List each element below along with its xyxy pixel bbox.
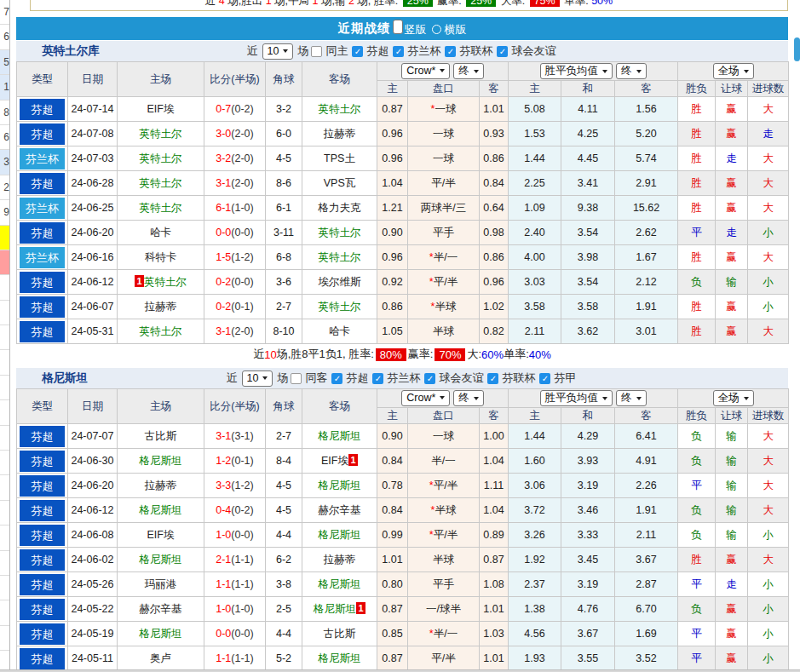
- table-row: 芬兰杯24-06-25英特土尔6-1(1-0)6-1格力夫克1.21两球半/三0…: [17, 196, 789, 221]
- team-name: 格尼斯坦: [42, 368, 88, 388]
- avg-home-cell: 1.44: [509, 146, 561, 171]
- half-time-score: (1-0): [231, 603, 253, 615]
- home-odds-cell: 0.90: [377, 221, 408, 245]
- corners-cell: 3-11: [266, 221, 302, 245]
- league-filter-checkbox[interactable]: ✓: [424, 373, 435, 384]
- scrollbar-thumb[interactable]: [794, 37, 800, 61]
- match-date-cell: 24-06-08: [68, 523, 118, 548]
- home-odds-cell: 0.86: [377, 295, 408, 319]
- league-filter-checkbox[interactable]: ✓: [497, 46, 508, 57]
- stat-segment: 1: [313, 0, 319, 7]
- goals-result-cell: 大: [748, 146, 789, 171]
- home-odds-cell: 0.96: [377, 122, 408, 146]
- stat-segment: 25%: [403, 0, 433, 7]
- avg-type-select[interactable]: 胜平负均值: [540, 63, 613, 79]
- away-odds-cell: 1.01: [480, 597, 509, 622]
- table-row: 芬超24-05-19格尼斯坦0-0(0-0)4-4古比斯0.85*半/一1.03…: [17, 622, 789, 646]
- match-count-select[interactable]: 10: [242, 370, 273, 387]
- layout-radio-selected[interactable]: [393, 20, 403, 34]
- away-odds-cell: 0.86: [480, 146, 509, 171]
- corners-cell: 4-5: [266, 474, 302, 498]
- league-filter-checkbox[interactable]: ✓: [372, 373, 383, 384]
- score-cell: 1-5(1-2): [204, 245, 266, 270]
- odds-stage-select[interactable]: 终: [453, 390, 484, 406]
- odds-stage-select[interactable]: 终: [453, 63, 484, 79]
- league-filter-label: 芬联杯: [459, 43, 492, 59]
- match-date-cell: 24-05-31: [68, 319, 118, 344]
- clipped-column-cell: [0, 350, 9, 375]
- clipped-column-cell: 8: [0, 101, 9, 125]
- result-cell: 胜: [678, 548, 716, 572]
- odds-company-select[interactable]: Crow*: [401, 63, 450, 79]
- away-odds-cell: 1.00: [480, 424, 509, 449]
- column-header: 日期: [68, 389, 118, 424]
- half-time-score: (2-0): [231, 325, 253, 337]
- away-team-cell: 拉赫蒂: [302, 548, 377, 572]
- handicap-result-cell: 输: [716, 474, 748, 498]
- league-badge: 芬超: [20, 599, 65, 620]
- odds-company-select[interactable]: Crow*: [401, 390, 450, 406]
- layout-radio[interactable]: [432, 25, 441, 34]
- scope-select[interactable]: 全场: [713, 390, 754, 406]
- scope-select[interactable]: 全场: [713, 63, 754, 79]
- half-time-score: (0-1): [231, 301, 253, 313]
- team-label: EIF埃: [321, 455, 348, 467]
- goals-result-cell: 大: [748, 319, 789, 344]
- league-filter-checkbox[interactable]: ✓: [393, 46, 404, 57]
- sub-column-header: 客: [615, 408, 678, 424]
- avg-stage-select[interactable]: 终: [616, 390, 647, 406]
- handicap-value: 半球: [435, 504, 456, 516]
- avg-draw-cell: 4.76: [561, 597, 615, 622]
- team-label: 格尼斯坦: [319, 480, 361, 491]
- handicap-result-cell: 赢: [716, 196, 748, 221]
- match-date-cell: 24-06-12: [68, 270, 118, 295]
- avg-draw-cell: 3.67: [561, 622, 615, 646]
- league-filter-checkbox[interactable]: ✓: [539, 373, 550, 384]
- league-filter-checkbox[interactable]: ✓: [487, 373, 498, 384]
- recent-record-title: 近期战绩: [338, 20, 391, 37]
- away-team-cell: 拉赫蒂: [302, 122, 377, 146]
- home-team-cell: 1英特土尔: [118, 270, 204, 295]
- dropdown-value: Crow*: [406, 65, 435, 77]
- sub-column-header: 进球数: [748, 408, 789, 424]
- avg-type-select[interactable]: 胜平负均值: [540, 390, 613, 406]
- chevron-down-icon: [636, 397, 642, 400]
- handicap-result-cell: 赢: [716, 548, 748, 572]
- corners-cell: 6-1: [266, 196, 302, 221]
- home-team-cell: 格尼斯坦: [118, 449, 204, 474]
- away-odds-cell: 0.98: [480, 221, 509, 245]
- avg-away-cell: 1.67: [615, 245, 678, 270]
- column-header: 比分(半场): [204, 389, 266, 424]
- layout-radio-group: 竖版横版: [391, 20, 467, 37]
- league-filter-checkbox[interactable]: ✓: [352, 46, 363, 57]
- result-cell: 平: [678, 622, 716, 646]
- table-row: 芬超24-06-02格尼斯坦2-1(1-1)6-2拉赫蒂1.01半球0.871.…: [17, 548, 789, 572]
- avg-stage-select[interactable]: 终: [616, 63, 647, 79]
- home-team-cell: 赫尔辛基: [118, 597, 204, 622]
- stat-segment: 近: [205, 0, 219, 7]
- handicap-result-cell: 输: [716, 523, 748, 548]
- handicap-value: 平/半: [434, 276, 458, 288]
- team-label: 格尼斯坦: [140, 455, 182, 467]
- half-time-score: (1-0): [231, 202, 253, 214]
- red-card-badge: 1: [348, 454, 358, 466]
- table-row: 芬超24-06-07拉赫蒂0-2(0-1)2-7英特土尔0.86*半球1.023…: [17, 295, 789, 319]
- match-date-cell: 24-06-07: [68, 295, 118, 319]
- league-filter-checkbox[interactable]: ✓: [445, 46, 456, 57]
- match-date-cell: 24-06-20: [68, 221, 118, 245]
- clipped-column-cell: [0, 376, 9, 400]
- league-filter-label: 芬超: [346, 370, 368, 386]
- result-cell: 胜: [678, 196, 716, 221]
- result-cell: 胜: [678, 319, 716, 344]
- match-count-select[interactable]: 10: [262, 43, 294, 60]
- team-label: 格尼斯坦: [140, 504, 182, 516]
- corners-cell: 8-6: [266, 171, 302, 196]
- corners-cell: 2-7: [266, 295, 302, 319]
- same-venue-checkbox[interactable]: [291, 373, 302, 384]
- half-time-score: (1-1): [231, 554, 253, 566]
- away-team-cell: 赫尔辛基: [302, 498, 377, 523]
- same-venue-checkbox[interactable]: [311, 46, 322, 57]
- handicap-result-cell: 赢: [716, 122, 748, 146]
- league-filter-checkbox[interactable]: ✓: [331, 373, 342, 384]
- column-header: 客场: [302, 389, 377, 424]
